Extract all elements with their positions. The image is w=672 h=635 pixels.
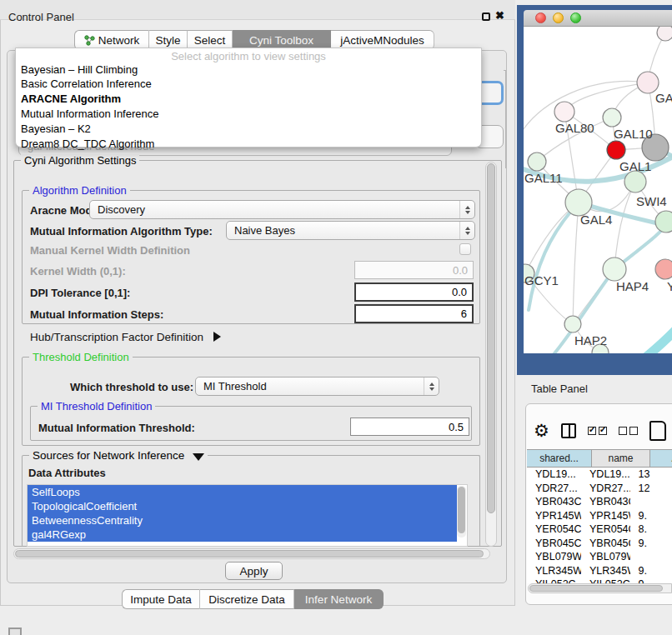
node-pink-left[interactable]: [554, 102, 574, 122]
combo-stepper-icon: [424, 378, 439, 395]
table-row[interactable]: YDL19...YDL19...13: [527, 468, 672, 482]
mi-steps-label: Mutual Information Steps:: [30, 308, 163, 321]
apply-button[interactable]: Apply: [225, 562, 283, 580]
tab-discretize-data-label: Discretize Data: [208, 593, 285, 606]
settings-horizontal-scrollbar-thumb[interactable]: [15, 550, 484, 558]
algorithm-option-dream8[interactable]: Dream8 DC_TDC Algorithm: [16, 138, 481, 152]
mi-type-combo[interactable]: Naive Bayes: [226, 221, 475, 240]
control-panel-titlebar: [0, 0, 515, 20]
algorithm-option-mutual-info[interactable]: Mutual Information Inference: [16, 108, 481, 122]
close-window-icon[interactable]: [535, 12, 546, 23]
close-panel-icon[interactable]: ✖: [495, 9, 504, 22]
combo-stepper-icon: [459, 201, 474, 218]
table-cell: YER054C: [527, 523, 581, 538]
table-toolbar: ⚙: [534, 417, 672, 445]
aracne-mode-value: Discovery: [98, 203, 145, 216]
data-attributes-list[interactable]: SelfLoops TopologicalCoefficient Between…: [27, 484, 468, 547]
network-view-canvas[interactable]: GALGAL80GAL10GAL1GAL11SWI4GAL4GCY1HAP4YH…: [524, 27, 672, 353]
dpi-tolerance-label: DPI Tolerance [0,1]:: [30, 287, 130, 299]
table-cell: YBL079W: [581, 551, 630, 565]
table-row[interactable]: YBR043CYBR043C: [527, 496, 672, 510]
attribute-item-betweenness[interactable]: BetweennessCentrality: [28, 513, 457, 528]
attributes-scrollbar-thumb[interactable]: [458, 487, 465, 533]
table-row[interactable]: YLR345WYLR345W9.: [527, 565, 672, 579]
node-label: Y: [667, 279, 672, 293]
table-row[interactable]: YBL079WYBL079W: [527, 551, 672, 565]
network-graph[interactable]: GALGAL80GAL10GAL1GAL11SWI4GAL4GCY1HAP4YH…: [524, 27, 672, 353]
node-gal11[interactable]: [528, 152, 546, 171]
table-cell: YBR045C: [581, 538, 630, 552]
column-selector-icon[interactable]: [561, 423, 576, 438]
table-row[interactable]: YBR045CYBR045C9.: [527, 538, 672, 552]
table-cell: 8.: [630, 523, 672, 538]
tab-impute-data-label: Impute Data: [130, 593, 192, 606]
table-horizontal-scrollbar-thumb[interactable]: [529, 585, 663, 592]
table-cell: 9.: [630, 538, 672, 552]
deselect-all-checkboxes-icon[interactable]: [619, 427, 638, 435]
kernel-width-label: Kernel Width (0,1):: [30, 265, 126, 278]
attribute-item-topological[interactable]: TopologicalCoefficient: [28, 499, 457, 513]
node-gal10[interactable]: [603, 108, 621, 127]
mi-type-label: Mutual Information Algorithm Type:: [30, 225, 213, 238]
hub-definition-label: Hub/Transcription Factor Definition: [30, 331, 203, 343]
cyni-algorithm-settings-title: Cyni Algorithm Settings: [21, 154, 139, 167]
mi-threshold-input[interactable]: [350, 418, 469, 436]
node-green-right[interactable]: [655, 211, 672, 232]
table-column-header[interactable]: shared...: [527, 449, 592, 468]
zoom-window-icon[interactable]: [570, 12, 581, 23]
table-column-header[interactable]: name: [592, 449, 650, 468]
sources-title-row[interactable]: Sources for Network Inference: [29, 449, 208, 462]
algorithm-option-basic-correlation[interactable]: Basic Correlation Inference: [16, 78, 481, 92]
node-partial-top[interactable]: [657, 27, 672, 41]
network-window-titlebar[interactable]: [524, 10, 672, 27]
table-row[interactable]: YDR27...YDR27...12: [527, 482, 672, 497]
attribute-item-gal4rgexp[interactable]: gal4RGexp: [28, 528, 457, 542]
node-hap4[interactable]: [603, 258, 626, 281]
table-row[interactable]: YER054CYER054C8.: [527, 523, 672, 538]
expand-right-icon: [213, 332, 221, 342]
table-cell: YER054C: [581, 523, 630, 538]
tab-infer-network-label: Infer Network: [305, 593, 372, 606]
aracne-mode-combo[interactable]: Discovery: [89, 200, 475, 219]
table-cell: [630, 496, 672, 510]
float-panel-icon[interactable]: [482, 12, 490, 21]
which-threshold-value: MI Threshold: [203, 380, 267, 392]
node-hap2[interactable]: [564, 316, 581, 332]
algorithm-option-aracne[interactable]: ARACNE Algorithm: [16, 92, 481, 108]
table-cell: YBR043C: [527, 496, 581, 510]
table-cell: 13: [630, 468, 672, 482]
select-all-checkboxes-icon[interactable]: [588, 427, 607, 435]
network-edge: [564, 82, 648, 112]
node-red[interactable]: [607, 141, 625, 159]
hub-definition-toggle[interactable]: Hub/Transcription Factor Definition: [30, 331, 221, 343]
network-edge-highlighted: [640, 325, 672, 353]
node-label: HAP4: [616, 279, 649, 293]
algorithm-option-bayesian-k2[interactable]: Bayesian – K2: [16, 122, 481, 138]
table-cell: [630, 551, 672, 565]
table-cell: 9.: [630, 510, 672, 524]
tab-infer-network[interactable]: Infer Network: [294, 589, 384, 609]
attribute-item-selfloops[interactable]: SelfLoops: [28, 485, 457, 499]
new-table-icon[interactable]: [649, 421, 666, 441]
table-rows: YDL19...YDL19...13YDR27...YDR27...12YBR0…: [527, 468, 672, 583]
manual-kernel-checkbox[interactable]: [459, 243, 471, 255]
table-cell: YLR345W: [527, 565, 581, 579]
tab-discretize-data[interactable]: Discretize Data: [200, 589, 294, 609]
minimize-window-icon[interactable]: [553, 12, 564, 23]
tab-impute-data[interactable]: Impute Data: [122, 589, 200, 609]
node-salmon[interactable]: [655, 259, 672, 279]
table-row[interactable]: YPR145WYPR145W9.: [527, 510, 672, 524]
which-threshold-combo[interactable]: MI Threshold: [195, 377, 439, 396]
table-cell: YDR27...: [581, 482, 630, 497]
settings-vertical-scrollbar-thumb[interactable]: [487, 163, 495, 513]
dpi-tolerance-input[interactable]: [354, 282, 474, 302]
network-edge-highlighted: [529, 202, 579, 310]
collapsed-panel-handle[interactable]: [8, 628, 22, 635]
table-settings-gear-icon[interactable]: ⚙: [534, 422, 549, 439]
algorithm-option-bayesian-hill[interactable]: Bayesian – Hill Climbing: [16, 62, 481, 78]
node-label: GAL1: [619, 159, 651, 173]
table-column-header[interactable]: A: [650, 449, 672, 468]
mi-steps-input[interactable]: [354, 304, 474, 323]
node-swi4[interactable]: [624, 171, 646, 192]
kernel-width-input[interactable]: [354, 261, 474, 279]
